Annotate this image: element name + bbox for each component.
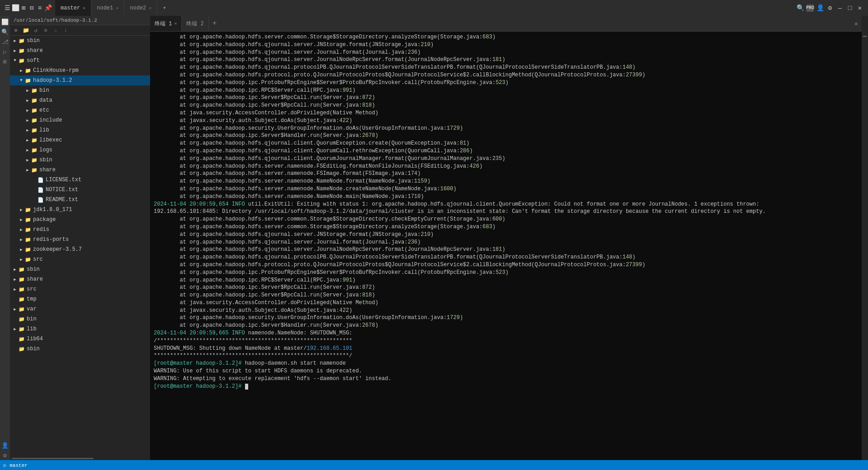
tab-node2[interactable]: node2 ✕ [124, 0, 157, 16]
tab-master-close[interactable]: ✕ [83, 5, 85, 11]
tree-item-var[interactable]: ▶ 📁 var [10, 304, 150, 314]
grid-icon[interactable]: ⊞ [20, 5, 27, 12]
close-button[interactable]: ✕ [856, 5, 863, 12]
titlebar: ☰ ⬜ ⊞ ⊟ ≡ 📌 master ✕ node1 ✕ node2 ✕ ▾ 🔍… [0, 0, 868, 16]
activity-bar: ⬜ 🔍 ⎇ ▷ ⊞ 👤 ⚙ [0, 16, 10, 460]
tree-item-etc[interactable]: ▶ 📁 etc [10, 105, 150, 115]
tree-item-share-h[interactable]: ▶ 📁 share [10, 165, 150, 175]
list-icon[interactable]: ≡ [36, 5, 43, 12]
terminal-line: WARNING: Attempting to execute replaceme… [154, 375, 858, 383]
tree-item-share-r[interactable]: ▶ 📁 share [10, 274, 150, 284]
search-button[interactable]: 🔍 [797, 5, 804, 12]
folder-icon-jdk: 📁 [24, 206, 32, 213]
pin-icon[interactable]: 📌 [44, 5, 52, 12]
terminal-line: at org.apache.hadoop.hdfs.server.namenod… [154, 193, 858, 201]
terminal-line: 192.168.65.101:8485: Directory /usr/loca… [154, 208, 858, 216]
tab-node2-close[interactable]: ✕ [149, 5, 151, 11]
terminal-content[interactable]: at org.apache.hadoop.hdfs.server.common.… [150, 32, 862, 460]
minimize-button[interactable]: — [836, 5, 844, 12]
terminal-line: at org.apache.hadoop.ipc.Server$Handler.… [154, 132, 858, 140]
tree-item-sbin-1[interactable]: ▶ 📁 sbin [10, 36, 150, 46]
tree-item-lib-r[interactable]: ▶ 📁 lib [10, 324, 150, 334]
tree-item-soft[interactable]: ▼ 📁 soft [10, 56, 150, 66]
files-icon[interactable]: ⬜ [12, 5, 19, 12]
terminal-line: 2024-11-04 20:09:59,665 INFO namenode.Na… [154, 329, 858, 337]
label-var: var [27, 306, 37, 312]
activity-search[interactable]: 🔍 [0, 28, 9, 37]
terminal-close-panel[interactable]: ✕ [851, 20, 862, 28]
tab-master[interactable]: master ✕ [55, 0, 91, 16]
menu-icon[interactable]: ☰ [4, 5, 11, 12]
label-src-soft: src [33, 256, 43, 263]
activity-settings-bottom[interactable]: ⚙ [0, 451, 9, 460]
maximize-button[interactable]: □ [846, 5, 854, 12]
tree-item-redis[interactable]: ▶ 📁 redis [10, 225, 150, 235]
folder-icon-sbin-h: 📁 [31, 156, 38, 164]
folder-icon-clinkhouse: 📁 [24, 67, 32, 74]
right-scrollbar[interactable] [862, 16, 868, 460]
arrow-share-1: ▶ [12, 47, 18, 54]
tree-item-libexec[interactable]: ▶ 📁 libexec [10, 135, 150, 145]
tree-item-include[interactable]: ▶ 📁 include [10, 115, 150, 125]
arrow-src-soft: ▶ [18, 256, 24, 263]
tree-item-sbin-h[interactable]: ▶ 📁 sbin [10, 155, 150, 165]
tree-item-package[interactable]: ▶ 📁 package [10, 215, 150, 225]
tree-item-bin-h[interactable]: ▶ 📁 bin [10, 85, 150, 95]
refresh-btn[interactable]: ↺ [32, 26, 40, 34]
tree-item-lib64[interactable]: ▶ 📁 lib64 [10, 334, 150, 344]
titlebar-left: ☰ ⬜ ⊞ ⊟ ≡ 📌 [0, 5, 55, 12]
tree-item-clinkhouse[interactable]: ▶ 📁 ClinkHouse-rpm [10, 66, 150, 75]
settings-icon[interactable]: ⚙ [826, 5, 834, 12]
tree-item-bin-r[interactable]: ▶ 📁 bin [10, 314, 150, 324]
arrow-bin-h: ▶ [24, 87, 31, 94]
label-include: include [39, 117, 62, 123]
terminal-line: at org.apache.hadoop.hdfs.qjournal.clien… [154, 147, 858, 155]
tree-item-zookeeper[interactable]: ▶ 📁 zookeeper-3.5.7 [10, 244, 150, 254]
tree-item-tmp[interactable]: ▶ 📁 tmp [10, 294, 150, 304]
tree-item-notice[interactable]: ▶ 📄 NOTICE.txt [10, 185, 150, 195]
avatar-icon[interactable]: 👤 [816, 5, 824, 12]
split-icon[interactable]: ⊟ [28, 5, 35, 12]
terminal-add-button[interactable]: + [209, 19, 221, 28]
tree-item-data[interactable]: ▶ 📁 data [10, 95, 150, 105]
activity-files[interactable]: ⬜ [0, 18, 9, 27]
tree-item-hadoop[interactable]: ▼ 📁 hadoop-3.1.2 [10, 75, 150, 85]
download-btn[interactable]: ↓ [61, 26, 70, 34]
activity-debug[interactable]: ▷ [0, 47, 9, 56]
sidebar-scrollbar[interactable] [12, 458, 94, 459]
tab-more[interactable]: ▾ [157, 0, 171, 16]
tree-item-jdk[interactable]: ▶ 📁 jdk1.8.0_171 [10, 205, 150, 215]
new-folder-btn[interactable]: 📁 [22, 26, 30, 34]
label-jdk: jdk1.8.0_171 [33, 207, 72, 213]
arrow-lib-h: ▶ [24, 127, 31, 133]
tab-node1[interactable]: node1 ✕ [91, 0, 124, 16]
collapse-btn[interactable]: ⊙ [42, 26, 50, 34]
folder-icon-share-1: 📁 [18, 47, 25, 54]
activity-git[interactable]: ⎇ [0, 38, 9, 47]
folder-icon-sbin-r: 📁 [18, 266, 25, 273]
folder-icon-lib-r: 📁 [18, 325, 25, 333]
tree-item-sbin-r[interactable]: ▶ 📁 sbin [10, 264, 150, 274]
tree-item-logs[interactable]: ▶ 📁 logs [10, 145, 150, 155]
tree-item-src-r[interactable]: ▶ 📁 src [10, 284, 150, 294]
tree-item-license[interactable]: ▶ 📄 LICENSE.txt [10, 175, 150, 185]
terminal-tab-2[interactable]: 终端 2 [182, 16, 208, 31]
new-file-btn[interactable]: ⊕ [12, 26, 20, 34]
tree-item-sbin-last[interactable]: ▶ 📁 sbin [10, 344, 150, 354]
tab-node1-close[interactable]: ✕ [116, 5, 118, 11]
terminal-tab-1-close[interactable]: ✕ [174, 21, 177, 26]
arrow-logs: ▶ [24, 147, 31, 153]
tree-item-share-1[interactable]: ▶ 📁 share [10, 46, 150, 56]
label-sbin-1: sbin [27, 38, 40, 44]
terminal-tab-1[interactable]: 终端 1 ✕ [150, 16, 182, 31]
activity-extensions[interactable]: ⊞ [0, 57, 9, 66]
tree-item-readme[interactable]: ▶ 📄 README.txt [10, 195, 150, 205]
label-sbin-r: sbin [27, 266, 40, 273]
bookmark-btn[interactable]: ☆ [52, 26, 60, 34]
tree-item-src-soft[interactable]: ▶ 📁 src [10, 254, 150, 264]
tree-item-redis-ports[interactable]: ▶ 📁 redis-ports [10, 235, 150, 244]
folder-icon-var: 📁 [18, 306, 25, 313]
folder-icon-include: 📁 [31, 117, 38, 124]
tree-item-lib-h[interactable]: ▶ 📁 lib [10, 125, 150, 135]
activity-accounts[interactable]: 👤 [0, 441, 9, 450]
